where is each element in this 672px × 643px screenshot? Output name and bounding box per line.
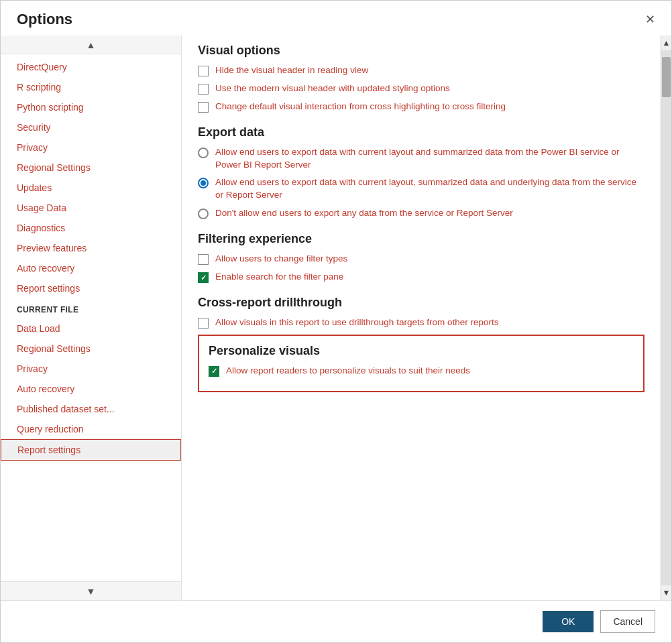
sidebar-item-privacy[interactable]: Privacy <box>1 137 181 158</box>
enable-search-checkbox[interactable] <box>198 272 209 283</box>
content-scrollbar: ▲ ▼ <box>661 36 671 600</box>
cancel-button[interactable]: Cancel <box>600 610 655 633</box>
export-underlying-label: Allow end users to export data with curr… <box>215 176 645 202</box>
personalize-visuals-title: Personalize visuals <box>209 344 634 358</box>
sidebar-item-data-load[interactable]: Data Load <box>1 318 181 339</box>
sidebar-scroll-down-button[interactable]: ▼ <box>1 581 181 600</box>
personalize-visuals-section: Personalize visuals Allow report readers… <box>198 335 645 392</box>
option-hide-visual-header: Hide the visual header in reading view <box>198 64 645 77</box>
personalize-visuals-checkbox[interactable] <box>209 366 219 377</box>
export-data-title: Export data <box>198 125 645 139</box>
drillthrough-checkbox[interactable] <box>198 318 209 329</box>
sidebar-item-usage-data[interactable]: Usage Data <box>1 198 181 218</box>
dialog-title: Options <box>17 11 72 28</box>
sidebar-item-report-settings[interactable]: Report settings <box>1 278 181 298</box>
enable-search-label: Enable search for the filter pane <box>215 271 343 284</box>
option-modern-visual-header: Use the modern visual header with update… <box>198 82 645 95</box>
close-button[interactable]: ✕ <box>640 10 659 29</box>
sidebar-scroll-area: DirectQuery R scripting Python scripting… <box>1 54 181 581</box>
filter-types-checkbox[interactable] <box>198 254 209 265</box>
export-underlying-radio[interactable] <box>198 178 209 188</box>
change-interaction-label: Change default visual interaction from c… <box>215 101 506 113</box>
current-file-header: CURRENT FILE <box>1 298 181 318</box>
sidebar-item-python-scripting[interactable]: Python scripting <box>1 97 181 117</box>
option-change-default-interaction: Change default visual interaction from c… <box>198 101 645 113</box>
sidebar-item-security[interactable]: Security <box>1 117 181 137</box>
sidebar-item-report-settings-cf[interactable]: Report settings <box>1 439 181 461</box>
option-enable-search: Enable search for the filter pane <box>198 271 645 284</box>
sidebar-item-query-reduction[interactable]: Query reduction <box>1 419 181 439</box>
content-scroll-area: Visual options Hide the visual header in… <box>182 36 661 600</box>
scroll-down-button[interactable]: ▼ <box>661 585 671 600</box>
export-current-layout-label: Allow end users to export data with curr… <box>215 146 645 172</box>
main-content: Visual options Hide the visual header in… <box>182 36 671 600</box>
option-export-none: Don't allow end users to export any data… <box>198 207 645 220</box>
filter-types-label: Allow users to change filter types <box>215 253 347 266</box>
option-export-underlying: Allow end users to export data with curr… <box>198 176 645 202</box>
chevron-up-icon: ▲ <box>87 40 96 50</box>
modern-visual-header-label: Use the modern visual header with update… <box>215 82 450 95</box>
options-dialog: Options ✕ ▲ DirectQuery R scripting Pyth… <box>0 0 672 643</box>
sidebar: ▲ DirectQuery R scripting Python scripti… <box>1 36 182 600</box>
sidebar-item-auto-recovery-cf[interactable]: Auto recovery <box>1 379 181 399</box>
export-none-label: Don't allow end users to export any data… <box>215 207 513 220</box>
sidebar-item-published-dataset[interactable]: Published dataset set... <box>1 399 181 419</box>
scrollbar-track <box>661 50 671 585</box>
ok-button[interactable]: OK <box>543 611 594 632</box>
sidebar-item-diagnostics[interactable]: Diagnostics <box>1 218 181 238</box>
scrollbar-thumb[interactable] <box>662 57 671 97</box>
dialog-footer: OK Cancel <box>1 600 671 642</box>
sidebar-item-updates[interactable]: Updates <box>1 178 181 198</box>
title-bar: Options ✕ <box>1 1 671 36</box>
cross-report-title: Cross-report drillthrough <box>198 296 645 310</box>
export-none-radio[interactable] <box>198 209 209 219</box>
filtering-title: Filtering experience <box>198 232 645 246</box>
dialog-body: ▲ DirectQuery R scripting Python scripti… <box>1 36 671 600</box>
sidebar-scroll-up-button[interactable]: ▲ <box>1 36 181 54</box>
sidebar-item-regional-settings[interactable]: Regional Settings <box>1 158 181 178</box>
change-interaction-checkbox[interactable] <box>198 102 209 113</box>
sidebar-item-auto-recovery[interactable]: Auto recovery <box>1 258 181 278</box>
scroll-up-button[interactable]: ▲ <box>661 36 671 50</box>
sidebar-item-directquery[interactable]: DirectQuery <box>1 57 181 77</box>
drillthrough-label: Allow visuals in this report to use dril… <box>215 316 498 329</box>
option-personalize-visuals: Allow report readers to personalize visu… <box>209 365 634 377</box>
export-current-layout-radio[interactable] <box>198 148 209 158</box>
hide-visual-header-checkbox[interactable] <box>198 66 209 76</box>
sidebar-item-r-scripting[interactable]: R scripting <box>1 77 181 97</box>
option-export-current-layout: Allow end users to export data with curr… <box>198 146 645 172</box>
option-filter-types: Allow users to change filter types <box>198 253 645 266</box>
visual-options-title: Visual options <box>198 44 645 58</box>
sidebar-item-privacy-cf[interactable]: Privacy <box>1 359 181 379</box>
modern-visual-header-checkbox[interactable] <box>198 84 209 95</box>
option-drillthrough-targets: Allow visuals in this report to use dril… <box>198 316 645 329</box>
personalize-visuals-label: Allow report readers to personalize visu… <box>226 365 470 377</box>
hide-visual-header-label: Hide the visual header in reading view <box>215 64 368 77</box>
sidebar-item-regional-settings-cf[interactable]: Regional Settings <box>1 339 181 359</box>
sidebar-item-preview-features[interactable]: Preview features <box>1 238 181 258</box>
chevron-down-icon: ▼ <box>87 586 96 597</box>
